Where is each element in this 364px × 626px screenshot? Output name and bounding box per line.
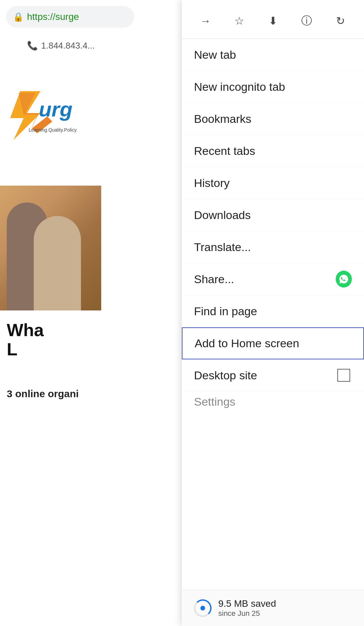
menu-item-share[interactable]: Share...	[182, 263, 364, 295]
surge-logo: urg Learning.Quality.Policy	[3, 88, 101, 142]
info-button[interactable]: ⓘ	[296, 10, 317, 32]
hero-image	[0, 186, 101, 310]
data-saved-info: 9.5 MB saved since Jun 25	[218, 598, 276, 618]
chrome-context-menu: → ☆ ⬇ ⓘ ↻ New tab New incognito tab Book…	[182, 0, 364, 626]
menu-item-downloads[interactable]: Downloads	[182, 199, 364, 231]
download-button[interactable]: ⬇	[262, 10, 284, 32]
menu-item-recent-tabs[interactable]: Recent tabs	[182, 135, 364, 167]
desktop-site-checkbox	[336, 367, 352, 383]
address-bar[interactable]: 🔒 https://surge	[6, 6, 134, 28]
menu-item-translate[interactable]: Translate...	[182, 231, 364, 263]
reload-button[interactable]: ↻	[330, 10, 351, 32]
download-icon: ⬇	[269, 15, 278, 27]
svg-text:Learning.Quality.Policy: Learning.Quality.Policy	[29, 127, 77, 133]
forward-icon: →	[200, 15, 211, 27]
reload-icon: ↻	[336, 15, 345, 27]
menu-item-desktop-site[interactable]: Desktop site	[182, 359, 364, 391]
forward-button[interactable]: →	[195, 10, 216, 32]
svg-text:urg: urg	[39, 98, 73, 121]
lock-icon: 🔒	[13, 12, 24, 22]
menu-icon-bar: → ☆ ⬇ ⓘ ↻	[182, 0, 364, 39]
data-saved-amount: 9.5 MB saved	[218, 598, 276, 609]
url-text: https://surge	[27, 11, 79, 22]
data-saver-icon	[194, 599, 212, 617]
menu-item-new-tab[interactable]: New tab	[182, 39, 364, 71]
data-saved-since: since Jun 25	[218, 609, 276, 618]
page-heading: Wha L	[7, 321, 101, 359]
menu-item-find-in-page[interactable]: Find in page	[182, 295, 364, 327]
star-icon: ☆	[234, 15, 244, 27]
menu-item-bookmarks[interactable]: Bookmarks	[182, 103, 364, 135]
whatsapp-icon	[336, 271, 352, 287]
menu-item-settings-partial[interactable]: Settings	[182, 391, 364, 412]
menu-item-add-to-home-screen[interactable]: Add to Home screen	[182, 327, 364, 359]
info-icon: ⓘ	[301, 13, 312, 28]
bookmark-button[interactable]: ☆	[228, 10, 250, 32]
menu-items-list: New tab New incognito tab Bookmarks Rece…	[182, 39, 364, 590]
menu-footer: 9.5 MB saved since Jun 25	[182, 590, 364, 626]
page-subtext: 3 online organi	[7, 388, 79, 400]
menu-item-history[interactable]: History	[182, 167, 364, 199]
phone-area: 📞 1.844.843.4...	[27, 40, 95, 51]
phone-number: 1.844.843.4...	[41, 40, 95, 51]
phone-icon: 📞	[27, 40, 38, 51]
menu-item-new-incognito-tab[interactable]: New incognito tab	[182, 71, 364, 103]
